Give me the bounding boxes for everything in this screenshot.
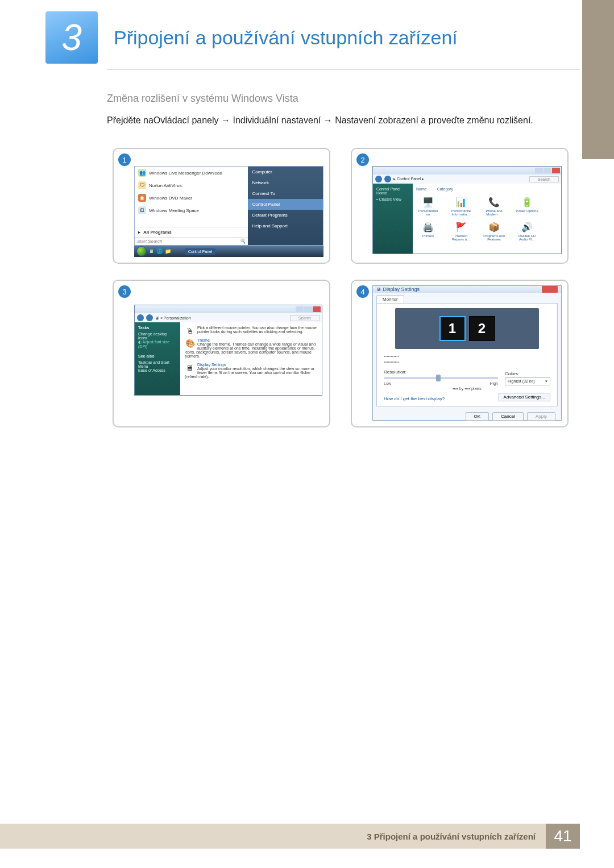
start-menu-right: Computer Network Connect To Control Pane… <box>248 167 323 245</box>
step-4: 4 🖥 Display Settings Monitor 1 2 •••••••… <box>351 280 569 427</box>
cp-item-power[interactable]: 🔋Power Options <box>515 194 539 216</box>
forward-icon[interactable] <box>384 176 391 182</box>
tab-monitor[interactable]: Monitor <box>376 295 404 303</box>
close-button[interactable] <box>313 306 321 312</box>
cp-item-performance[interactable]: 📊Performance Informatio… <box>449 194 473 216</box>
sm-control-panel[interactable]: Control Panel <box>248 199 323 210</box>
colors-label: Colors: <box>505 371 550 376</box>
sm-computer[interactable]: Computer <box>248 167 323 177</box>
monitor-options: ••••••••••• ••••••••••• <box>384 354 550 365</box>
step-2: 2 ▸ Control Panel ▸ Search Control Panel… <box>351 148 569 264</box>
colors-select[interactable]: Highest (32 bit)▾ <box>505 377 550 385</box>
section-subtitle: Změna rozlišení v systému Windows Vista <box>107 93 574 105</box>
all-programs-label: All Programs <box>143 230 172 235</box>
check-line-1: ••••••••••• <box>384 354 550 359</box>
step-badge: 1 <box>118 153 131 166</box>
pz-mouse[interactable]: 🖱 Pick a different mouse pointer. You ca… <box>185 326 317 334</box>
start-menu-item[interactable]: 👥Windows Live Messenger Download <box>135 167 248 179</box>
quicklaunch-icon[interactable]: 📁 <box>165 248 171 254</box>
dialog-pane: 1 2 ••••••••••• ••••••••••• Resolution: … <box>376 303 558 406</box>
apply-button[interactable]: Apply <box>527 412 555 421</box>
monitor-1[interactable]: 1 <box>439 316 466 341</box>
start-search[interactable]: Start Search🔍 <box>135 237 248 245</box>
cp-item-printers[interactable]: 🖨️Printers <box>416 219 440 241</box>
minimize-button[interactable] <box>535 168 543 173</box>
problem-icon: 🚩 <box>454 219 468 234</box>
start-menu-item[interactable]: 🗓Windows Meeting Space <box>135 204 248 217</box>
pz-theme-desc: Change the theme. Themes can change a wi… <box>185 342 317 358</box>
ok-button[interactable]: OK <box>466 412 489 421</box>
forward-icon[interactable] <box>146 314 153 321</box>
slider-low: Low <box>384 381 391 385</box>
pz-display-title: Display Settings <box>185 363 317 367</box>
check-line-2: ••••••••••• <box>384 359 550 365</box>
sm-help[interactable]: Help and Support <box>248 221 323 231</box>
start-orb-icon[interactable] <box>136 246 147 256</box>
advanced-settings-button[interactable]: Advanced Settings... <box>499 393 550 401</box>
back-icon[interactable] <box>137 314 144 321</box>
maximize-button[interactable] <box>304 306 312 312</box>
close-button[interactable] <box>542 286 558 293</box>
help-link[interactable]: How do I get the best display? <box>384 396 445 401</box>
control-panel-window: ▸ Control Panel ▸ Search Control Panel H… <box>372 166 562 254</box>
cp-item-phone[interactable]: 📞Phone and Modem … <box>482 194 506 216</box>
programs-icon: 📦 <box>487 219 501 234</box>
tasks-heading: Tasks <box>138 326 177 330</box>
content: Změna rozlišení v systému Windows Vista … <box>0 70 614 427</box>
display-settings-dialog: 🖥 Display Settings Monitor 1 2 •••••••••… <box>372 285 562 421</box>
sm-network[interactable]: Network <box>248 177 323 188</box>
breadcrumb[interactable]: 🖥 « Personalization <box>155 316 191 320</box>
monitor-2[interactable]: 2 <box>469 316 495 341</box>
cancel-button[interactable]: Cancel <box>492 412 524 421</box>
cp-classic-view[interactable]: • Classic View <box>376 197 409 201</box>
cp-item-personalization[interactable]: 🖥️Personalizati on <box>416 194 440 216</box>
cp-main: NameCategory 🖥️Personalizati on 📊Perform… <box>413 184 561 254</box>
page-footer: 3 Připojení a používání vstupních zaříze… <box>0 824 614 849</box>
task-adjust-dpi[interactable]: ◐ Adjust font size (DPI) <box>138 340 177 348</box>
dialog-titlebar: 🖥 Display Settings <box>373 286 561 293</box>
sm-connect[interactable]: Connect To <box>248 188 323 199</box>
search-input[interactable]: Search <box>290 315 320 321</box>
cp-home[interactable]: Control Panel Home <box>376 187 409 195</box>
back-icon[interactable] <box>375 176 382 182</box>
start-menu-left: 👥Windows Live Messenger Download 🛡Norton… <box>135 167 248 245</box>
personalization-window: 🖥 « Personalization Search Tasks Change … <box>134 305 322 396</box>
start-menu: 👥Windows Live Messenger Download 🛡Norton… <box>134 166 323 246</box>
seealso-ease[interactable]: Ease of Access <box>138 368 177 372</box>
theme-icon: 🎨 <box>185 338 195 348</box>
cp-item-programs[interactable]: 📦Programs and Features <box>482 219 506 241</box>
search-input[interactable]: Search <box>529 176 559 182</box>
phone-icon: 📞 <box>487 194 501 209</box>
pz-display[interactable]: 🖥 Display Settings Adjust your monitor r… <box>185 363 317 379</box>
all-programs[interactable]: ▸ All Programs <box>135 227 248 237</box>
seealso-taskbar[interactable]: Taskbar and Start Menu <box>138 360 177 368</box>
seealso-heading: See also <box>138 354 177 358</box>
step-3: 3 🖥 « Personalization Search Tasks <box>113 280 330 427</box>
pz-theme[interactable]: 🎨 Theme Change the theme. Themes can cha… <box>185 338 317 358</box>
antivirus-icon: 🛡 <box>138 181 146 189</box>
taskbar-button[interactable]: Control Panel <box>185 248 215 255</box>
maximize-button[interactable] <box>544 168 551 173</box>
breadcrumb[interactable]: ▸ Control Panel ▸ <box>393 177 424 181</box>
window-titlebar <box>373 167 561 175</box>
step-badge: 2 <box>356 153 369 166</box>
search-icon: 🔍 <box>240 239 246 244</box>
taskbar: 🖥 🌐 📁 Control Panel <box>134 246 323 257</box>
sm-default-programs[interactable]: Default Programs <box>248 210 323 221</box>
cp-item-problem[interactable]: 🚩Problem Reports a… <box>449 219 473 241</box>
side-tab <box>582 0 614 159</box>
step-1: 1 👥Windows Live Messenger Download 🛡Nort… <box>113 148 330 264</box>
personalization-icon: 🖥️ <box>421 194 435 209</box>
chapter-title: Připojení a používání vstupních zařízení <box>114 27 591 49</box>
close-button[interactable] <box>552 168 560 173</box>
quicklaunch-icon[interactable]: 🖥 <box>149 248 154 254</box>
slider-thumb[interactable] <box>436 375 441 381</box>
address-bar: ▸ Control Panel ▸ Search <box>373 175 561 184</box>
minimize-button[interactable] <box>296 306 304 312</box>
quicklaunch-icon[interactable]: 🌐 <box>156 248 163 254</box>
resolution-slider[interactable]: Resolution: LowHigh <box>384 369 498 385</box>
start-menu-item[interactable]: 🛡Norton AntiVirus <box>135 179 248 192</box>
start-menu-item[interactable]: ◉Windows DVD Maker <box>135 192 248 204</box>
task-change-icons[interactable]: Change desktop icons <box>138 332 177 340</box>
cp-item-realtek[interactable]: 🔊Realtek HD Audio M… <box>515 219 539 241</box>
